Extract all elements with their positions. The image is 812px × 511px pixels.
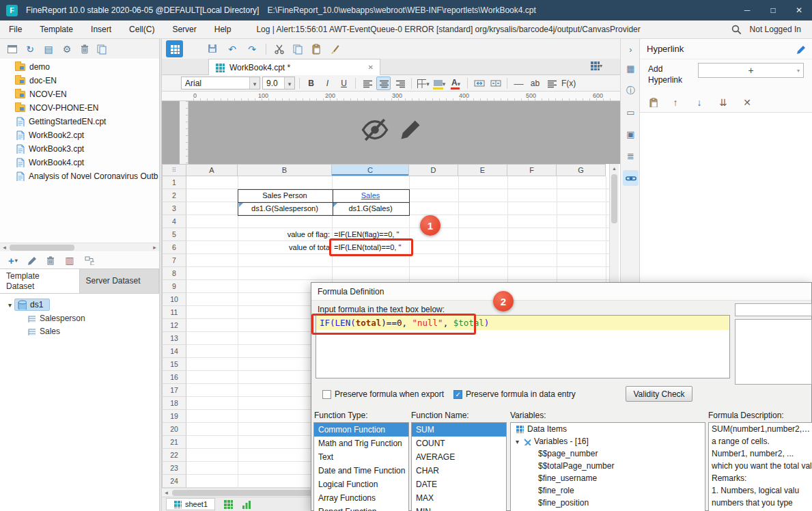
menu-item[interactable]: Help	[206, 20, 240, 39]
function-type-item[interactable]: Date and Time Function	[314, 464, 408, 478]
close-button[interactable]	[786, 0, 812, 20]
data-items-node[interactable]: Data Items	[511, 423, 705, 435]
column-header[interactable]: B	[238, 164, 332, 176]
tree-item[interactable]: WorkBook3.cpt	[0, 142, 159, 156]
function-type-item[interactable]: Common Function	[314, 423, 408, 437]
document-tab[interactable]: WorkBook4.cpt *	[208, 59, 380, 75]
row-header[interactable]: 15	[162, 358, 186, 371]
move-to-bottom-icon[interactable]	[717, 96, 729, 109]
preserve-formula-export-checkbox[interactable]: Preserve formula when export	[322, 389, 444, 399]
switch-workspace-icon[interactable]	[7, 44, 18, 55]
function-name-item[interactable]: AVERAGE	[412, 450, 506, 464]
login-status[interactable]: Not Logged In	[750, 25, 801, 34]
column-header[interactable]: E	[458, 164, 507, 176]
add-hyperlink-button[interactable]: +	[698, 63, 804, 78]
italic-button[interactable]: I	[320, 77, 335, 90]
edit-hyperlink-icon[interactable]	[796, 44, 805, 54]
dataset-field[interactable]: Salesperson	[0, 312, 159, 324]
row-header[interactable]: 7	[162, 254, 186, 267]
function-name-item[interactable]: CHAR	[412, 464, 506, 478]
variables-group-node[interactable]: Variables - [16]	[511, 435, 705, 447]
column-header[interactable]: D	[409, 164, 458, 176]
row-header[interactable]: 12	[162, 319, 186, 332]
variable-item[interactable]: $$page_number	[511, 447, 705, 460]
cell-element-icon[interactable]	[623, 83, 639, 98]
row-header[interactable]: 23	[162, 462, 186, 475]
row-header[interactable]: 4	[162, 215, 186, 228]
condition-attributes-icon[interactable]	[623, 148, 639, 164]
float-element-icon[interactable]	[623, 105, 639, 120]
borders-button[interactable]	[416, 77, 430, 90]
collapse-panel-icon[interactable]	[623, 42, 639, 57]
row-header[interactable]: 3	[162, 202, 186, 215]
delete-dataset-icon[interactable]	[45, 255, 55, 265]
file-tree-scrollbar[interactable]	[0, 243, 159, 251]
font-color-button[interactable]: A	[449, 77, 463, 90]
cell-C2[interactable]: Sales	[333, 189, 408, 202]
report-web-attributes-icon[interactable]	[166, 40, 183, 57]
search-icon[interactable]	[731, 24, 742, 35]
collapse-icon[interactable]	[516, 437, 519, 446]
row-header[interactable]: 6	[162, 241, 186, 254]
select-all-corner[interactable]	[162, 164, 186, 176]
maximize-button[interactable]	[760, 0, 786, 20]
menu-item[interactable]: Cell(C)	[120, 20, 163, 39]
row-header[interactable]: 5	[162, 228, 186, 241]
hyperlink-icon[interactable]	[623, 170, 639, 186]
menu-item[interactable]: Server	[163, 20, 205, 39]
preserve-formula-entry-checkbox[interactable]: Preserve formula in data entry	[453, 389, 576, 399]
row-header[interactable]: 11	[162, 306, 186, 319]
align-left-button[interactable]	[360, 77, 374, 90]
dataset-tab[interactable]: Template Dataset	[0, 269, 80, 293]
insert-chart-sheet-icon[interactable]	[241, 499, 251, 509]
row-header[interactable]: 21	[162, 436, 186, 449]
function-search-input[interactable]	[735, 303, 812, 316]
variable-item[interactable]: $fine_position	[511, 497, 705, 509]
function-name-list[interactable]: SUMCOUNTAVERAGECHARDATEMAXMIN	[411, 422, 507, 511]
variable-item[interactable]: $fine_role	[511, 484, 705, 497]
function-type-item[interactable]: Array Functions	[314, 491, 408, 505]
row-header[interactable]: 10	[162, 293, 186, 306]
tree-item[interactable]: Analysis of Novel Coronavirus Outb	[0, 169, 159, 183]
row-header[interactable]: 18	[162, 397, 186, 410]
tree-item[interactable]: doc-EN	[0, 74, 159, 87]
row-header[interactable]: 13	[162, 332, 186, 345]
column-header[interactable]: A	[186, 164, 238, 176]
border-line-button[interactable]	[512, 77, 526, 90]
column-header[interactable]: F	[507, 164, 557, 176]
tree-item[interactable]: GettingStartedEN.cpt	[0, 115, 159, 128]
collapse-icon[interactable]	[8, 300, 12, 309]
unmerge-cells-button[interactable]	[488, 77, 503, 90]
er-diagram-icon[interactable]	[85, 255, 94, 265]
dataset-field[interactable]: Sales	[0, 324, 159, 337]
tree-item[interactable]: WorkBook4.cpt	[0, 156, 159, 169]
font-size-select[interactable]: 9.0	[262, 77, 295, 89]
widget-settings-icon[interactable]	[623, 126, 639, 142]
cell-attributes-icon[interactable]	[623, 61, 639, 77]
row-header[interactable]: 8	[162, 267, 186, 280]
dialog-titlebar[interactable]: Formula Definition	[311, 283, 811, 301]
preview-dataset-icon[interactable]	[64, 254, 76, 266]
sheet-tab[interactable]: sheet1	[166, 498, 215, 510]
scrollbar-thumb[interactable]	[10, 245, 74, 251]
function-type-item[interactable]: Text	[314, 450, 408, 464]
menu-item[interactable]: File	[0, 20, 31, 39]
formula-button[interactable]: F(x)	[561, 77, 576, 90]
cell-B5[interactable]: value of flag:	[238, 228, 330, 241]
tree-item[interactable]: NCOV-EN	[0, 87, 159, 101]
menu-item[interactable]: Template	[31, 20, 82, 39]
delete-icon[interactable]	[79, 44, 90, 55]
row-header[interactable]: 19	[162, 410, 186, 423]
menu-item[interactable]: Insert	[82, 20, 120, 39]
cell-B3[interactable]: ds1.G(Salesperson)	[238, 202, 331, 215]
column-header[interactable]: C	[332, 164, 409, 176]
function-type-list[interactable]: Common FunctionMath and Trig FunctionTex…	[313, 422, 409, 511]
text-control-button[interactable]: ab	[528, 77, 542, 90]
paste-icon[interactable]	[311, 44, 322, 55]
line-spacing-button[interactable]	[544, 77, 559, 90]
dataset-tab[interactable]: Server Dataset	[80, 269, 160, 293]
validity-check-button[interactable]: Validity Check	[626, 386, 692, 402]
dataset-root-node[interactable]: ds1	[0, 297, 159, 312]
function-type-item[interactable]: Logical Function	[314, 478, 408, 491]
scroll-up-icon[interactable]	[610, 164, 619, 173]
